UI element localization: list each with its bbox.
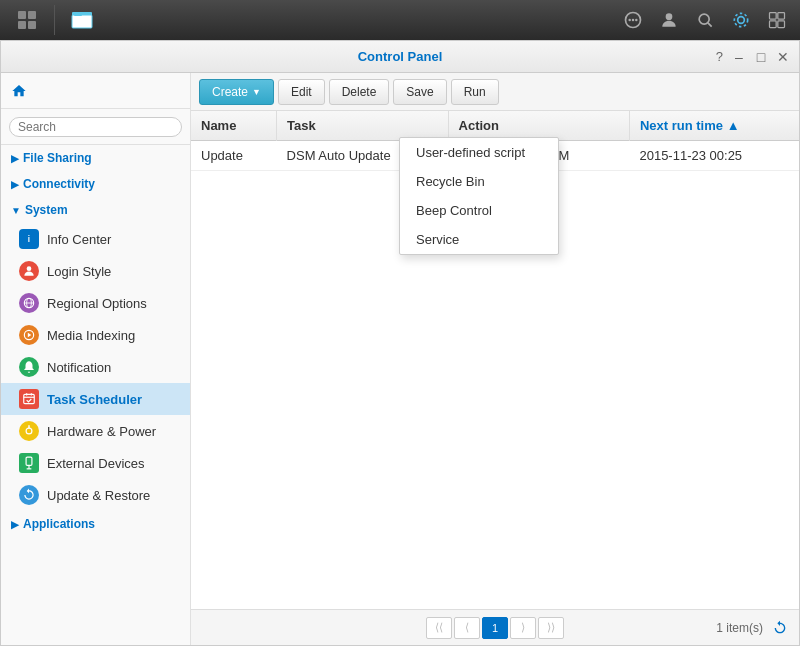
svg-point-8 <box>628 19 631 22</box>
taskbar-right <box>618 5 792 35</box>
svg-rect-6 <box>74 12 82 16</box>
window-help-btn[interactable]: ? <box>716 49 723 64</box>
create-button[interactable]: Create ▼ <box>199 79 274 105</box>
sidebar-item-regional-options[interactable]: Regional Options <box>1 287 190 319</box>
sidebar-search-area <box>1 109 190 145</box>
windows-icon[interactable] <box>762 5 792 35</box>
sidebar-home-btn[interactable] <box>1 73 190 109</box>
chevron-down-icon: ▼ <box>11 205 21 216</box>
sidebar-item-login-style-label: Login Style <box>47 264 111 279</box>
svg-point-9 <box>632 19 635 22</box>
svg-point-15 <box>734 13 747 26</box>
refresh-btn[interactable] <box>769 617 791 639</box>
info-icon: i <box>19 229 39 249</box>
regional-options-icon <box>19 293 39 313</box>
section-applications-label: Applications <box>23 517 95 531</box>
dropdown-item-service[interactable]: Service <box>400 225 558 254</box>
sidebar-item-hardware-power-label: Hardware & Power <box>47 424 156 439</box>
items-count: 1 item(s) <box>716 621 763 635</box>
sidebar-item-info-center[interactable]: i Info Center <box>1 223 190 255</box>
col-next-run-time[interactable]: Next run time ▲ <box>629 111 799 141</box>
sidebar-item-external-devices[interactable]: External Devices <box>1 447 190 479</box>
sidebar-item-media-indexing-label: Media Indexing <box>47 328 135 343</box>
sidebar-item-hardware-power[interactable]: Hardware & Power <box>1 415 190 447</box>
page-1-btn[interactable]: 1 <box>482 617 508 639</box>
pagination-bar: ⟨⟨ ⟨ 1 ⟩ ⟩⟩ 1 item(s) <box>191 609 799 645</box>
external-devices-icon <box>19 453 39 473</box>
sidebar-item-regional-options-label: Regional Options <box>47 296 147 311</box>
sidebar-item-notification[interactable]: Notification <box>1 351 190 383</box>
grid-icon[interactable] <box>8 1 46 39</box>
task-scheduler-icon <box>19 389 39 409</box>
taskbar <box>0 0 800 40</box>
update-restore-icon <box>19 485 39 505</box>
svg-rect-0 <box>18 11 26 19</box>
dropdown-item-user-defined-script[interactable]: User-defined script <box>400 138 558 167</box>
search-input[interactable] <box>9 117 182 137</box>
window-close-btn[interactable]: ✕ <box>775 49 791 65</box>
section-system-header[interactable]: ▼ System <box>1 197 190 223</box>
sidebar-item-update-restore[interactable]: Update & Restore <box>1 479 190 511</box>
col-name[interactable]: Name <box>191 111 277 141</box>
save-label: Save <box>406 85 433 99</box>
svg-rect-1 <box>28 11 36 19</box>
svg-point-10 <box>635 19 638 22</box>
svg-text:i: i <box>28 235 30 244</box>
section-connectivity-label: Connectivity <box>23 177 95 191</box>
create-label: Create <box>212 85 248 99</box>
sidebar-item-notification-label: Notification <box>47 360 111 375</box>
sidebar-item-task-scheduler-label: Task Scheduler <box>47 392 142 407</box>
delete-label: Delete <box>342 85 377 99</box>
media-indexing-icon <box>19 325 39 345</box>
settings-icon[interactable] <box>726 5 756 35</box>
sidebar-item-update-restore-label: Update & Restore <box>47 488 150 503</box>
sidebar-item-media-indexing[interactable]: Media Indexing <box>1 319 190 351</box>
search-icon[interactable] <box>690 5 720 35</box>
section-applications-header[interactable]: ▶ Applications <box>1 511 190 537</box>
login-style-icon <box>19 261 39 281</box>
window-content: ▶ File Sharing ▶ Connectivity ▼ System <box>1 73 799 645</box>
section-file-sharing-header[interactable]: ▶ File Sharing <box>1 145 190 171</box>
chevron-right-icon-2: ▶ <box>11 179 19 190</box>
taskbar-separator <box>54 5 55 35</box>
chat-icon[interactable] <box>618 5 648 35</box>
edit-button[interactable]: Edit <box>278 79 325 105</box>
sidebar-item-external-devices-label: External Devices <box>47 456 145 471</box>
dropdown-item-recycle-bin[interactable]: Recycle Bin <box>400 167 558 196</box>
chevron-right-icon-3: ▶ <box>11 519 19 530</box>
first-page-btn[interactable]: ⟨⟨ <box>426 617 452 639</box>
window-titlebar: Control Panel ? – □ ✕ <box>1 41 799 73</box>
prev-page-btn[interactable]: ⟨ <box>454 617 480 639</box>
last-page-btn[interactable]: ⟩⟩ <box>538 617 564 639</box>
section-connectivity-header[interactable]: ▶ Connectivity <box>1 171 190 197</box>
next-page-btn[interactable]: ⟩ <box>510 617 536 639</box>
window-maximize-btn[interactable]: □ <box>753 49 769 65</box>
sidebar-item-task-scheduler[interactable]: Task Scheduler <box>1 383 190 415</box>
section-connectivity: ▶ Connectivity <box>1 171 190 197</box>
svg-point-11 <box>666 13 673 20</box>
chevron-right-icon: ▶ <box>11 153 19 164</box>
svg-rect-16 <box>770 13 777 20</box>
window-minimize-btn[interactable]: – <box>731 49 747 65</box>
window-controls: – □ ✕ <box>731 49 791 65</box>
delete-button[interactable]: Delete <box>329 79 390 105</box>
dropdown-arrow-icon: ▼ <box>252 87 261 97</box>
run-label: Run <box>464 85 486 99</box>
svg-rect-3 <box>28 21 36 29</box>
user-icon[interactable] <box>654 5 684 35</box>
svg-line-13 <box>708 23 712 27</box>
section-system: ▼ System i Info Center Login Style <box>1 197 190 511</box>
dropdown-item-beep-control[interactable]: Beep Control <box>400 196 558 225</box>
cell-next-run-time: 2015-11-23 00:25 <box>629 141 799 171</box>
svg-rect-19 <box>778 21 785 28</box>
svg-rect-5 <box>72 15 92 28</box>
save-button[interactable]: Save <box>393 79 446 105</box>
run-button[interactable]: Run <box>451 79 499 105</box>
file-manager-icon[interactable] <box>63 1 101 39</box>
section-file-sharing-label: File Sharing <box>23 151 92 165</box>
section-system-label: System <box>25 203 68 217</box>
create-dropdown-menu: User-defined script Recycle Bin Beep Con… <box>399 137 559 255</box>
sidebar-item-login-style[interactable]: Login Style <box>1 255 190 287</box>
svg-point-22 <box>27 266 32 271</box>
svg-point-14 <box>738 17 745 24</box>
